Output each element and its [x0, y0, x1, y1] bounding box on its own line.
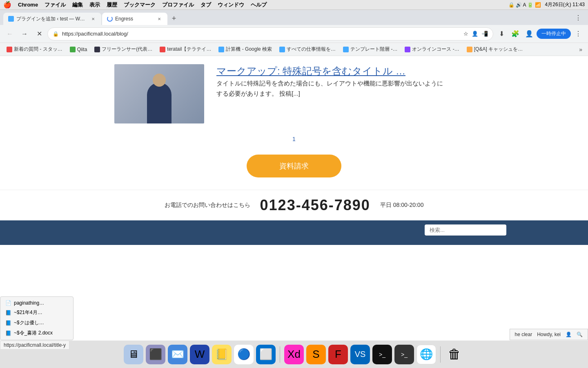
bookmark-qiita[interactable]: Qiita — [67, 45, 91, 54]
article-text: マークアップ: 特殊記号を含むタイトル … タイトルに特殊記号を含めた場合にも、… — [216, 64, 445, 123]
bookmark-star[interactable]: ☆ — [463, 31, 468, 37]
bookmark-stackapps[interactable]: 新着の質問 - スタッ… — [3, 44, 66, 54]
page-1-link[interactable]: 1 — [292, 136, 296, 142]
address-bar[interactable]: 🔒 https://pacificmall.local/blog/ ☆ 👤 📲 — [47, 27, 493, 40]
menubar-datetime: 4月26日(火) 11:43 — [545, 1, 585, 8]
extensions-button[interactable]: 🧩 — [509, 27, 522, 40]
right-panel-clear[interactable]: he clear — [515, 332, 532, 337]
article-title-link[interactable]: マークアップ: 特殊記号を含むタイトル … — [216, 65, 405, 76]
tab-engress[interactable]: Engress ✕ — [102, 13, 167, 25]
dock-virtualbox[interactable]: ⬜ — [256, 345, 276, 364]
file-icon-0: 📄 — [5, 300, 11, 306]
footer-search — [425, 224, 506, 236]
url-text: https://pacificmall.local/blog/ — [62, 31, 460, 37]
phone-hours: 平日 08:00-20:00 — [380, 202, 424, 209]
download-button[interactable]: ⬇ — [495, 27, 508, 40]
sublime-icon: S — [312, 348, 319, 361]
bookmark-label-jobs: すべての仕事情報を… — [287, 46, 336, 53]
bookmark-label-calculator: 計算機 - Google 検索 — [226, 46, 272, 53]
apple-menu[interactable]: 🍎 — [3, 1, 11, 9]
bookmark-label-cache: [Q&A] キャッシュを… — [474, 46, 523, 53]
article-excerpt: タイトルに特殊記号を含めた場合にも、レイアウトや機能に悪影響が出ないようにする必… — [216, 78, 445, 99]
tab-close-wordpress[interactable]: ✕ — [90, 16, 96, 22]
bookmark-cache[interactable]: [Q&A] キャッシュを… — [463, 44, 526, 54]
toolbar: ← → ✕ 🔒 https://pacificmall.local/blog/ … — [0, 25, 588, 43]
dock-chrome[interactable]: 🔵 — [234, 345, 254, 364]
forward-button[interactable]: → — [18, 27, 31, 40]
menubar-icons: 🔒 🔊 A 🔋 📶 — [508, 2, 541, 8]
finder-icon: 🖥 — [128, 348, 139, 361]
dock-finder[interactable]: 🖥 — [124, 345, 143, 364]
right-panel-user-icon: 👤 — [566, 332, 572, 337]
file-item-1[interactable]: 📘 ~$21年4月… — [0, 307, 73, 318]
bookmark-freelancer[interactable]: フリーランサー(代表… — [91, 44, 156, 54]
cta-button[interactable]: 資料請求 — [247, 155, 341, 177]
menubar-tab[interactable]: タブ — [200, 1, 211, 9]
bookmark-jobs[interactable]: すべての仕事情報を… — [276, 44, 339, 54]
dock-terminal[interactable]: >_ — [372, 345, 392, 364]
profile-icon: 👤 — [472, 31, 478, 37]
menubar-help[interactable]: ヘルプ — [251, 1, 267, 9]
dock-app2[interactable]: >_ — [394, 345, 414, 364]
dock: 🖥 ⬛ ✉️ W 📒 🔵 ⬜ Xd S F VS >_ >_ 🌐 🗑 — [0, 340, 588, 368]
dock-xd[interactable]: Xd — [284, 345, 304, 364]
menubar-history[interactable]: 履歴 — [107, 1, 117, 9]
xd-icon: Xd — [287, 348, 301, 361]
back-button[interactable]: ← — [3, 27, 16, 40]
right-panel-user: Howdy, kei — [537, 332, 561, 337]
file-name-0: paginathing… — [14, 300, 44, 306]
dock-word[interactable]: W — [190, 345, 209, 364]
file-item-3[interactable]: 📘 ~$令_㐯港 2.docx — [0, 328, 73, 338]
file-name-2: ~$クは優し… — [14, 319, 44, 326]
menubar-window[interactable]: ウィンドウ — [218, 1, 244, 9]
phone-number: 0123-456-7890 — [260, 197, 370, 214]
status-bar: https://pacificmall.local/title-y — [0, 341, 69, 350]
bookmark-teratail[interactable]: teratail【テラテイ… — [156, 44, 214, 54]
reload-button[interactable]: ✕ — [33, 27, 46, 40]
tab-title-engress: Engress — [115, 16, 154, 22]
dock-vscode[interactable]: VS — [350, 345, 370, 364]
phone-section: お電話でのお問い合わせはこちら 0123-456-7890 平日 08:00-2… — [0, 190, 588, 220]
toolbar-right: ⬇ 🧩 👤 一時停止中 ⋮ — [495, 27, 585, 40]
cast-icon[interactable]: 📲 — [481, 31, 488, 37]
trash-icon: 🗑 — [448, 347, 461, 362]
menubar-bookmarks[interactable]: ブックマーク — [124, 1, 156, 9]
file-list-overlay: 📄 paginathing… 📘 ~$21年4月… 📘 ~$クは優し… 📘 ~$… — [0, 296, 74, 340]
dock-trash[interactable]: 🗑 — [445, 345, 464, 364]
bookmarks-more-button[interactable]: » — [577, 45, 585, 54]
bookmark-template[interactable]: テンプレート階層 -… — [340, 44, 401, 54]
menubar-profile[interactable]: プロファイル — [162, 1, 194, 9]
tab-favicon-wordpress — [8, 16, 14, 22]
dock-launchpad[interactable]: ⬛ — [146, 345, 165, 364]
bookmark-calculator[interactable]: 計算機 - Google 検索 — [215, 44, 275, 54]
phone-label: お電話でのお問い合わせはこちら — [165, 202, 250, 209]
profile-button[interactable]: 👤 — [523, 27, 536, 40]
menubar-view[interactable]: 表示 — [89, 1, 100, 9]
menubar-edit[interactable]: 編集 — [72, 1, 83, 9]
tab-bar-menu[interactable]: ⋮ — [572, 11, 585, 24]
file-name-1: ~$21年4月… — [14, 309, 42, 316]
bookmark-udemy[interactable]: オンラインコース -… — [401, 44, 462, 54]
word-icon: W — [195, 348, 205, 361]
menubar: 🍎 Chrome ファイル 編集 表示 履歴 ブックマーク プロファイル タブ … — [0, 0, 588, 10]
mail-icon: ✉️ — [171, 348, 184, 361]
new-tab-button[interactable]: + — [168, 13, 180, 24]
file-item-2[interactable]: 📘 ~$クは優し… — [0, 318, 73, 328]
footer-search-input[interactable] — [425, 224, 506, 236]
right-panel-overlay: he clear Howdy, kei 👤 🔍 — [510, 329, 588, 340]
dock-notes[interactable]: 📒 — [212, 345, 232, 364]
pause-button[interactable]: 一時停止中 — [537, 29, 571, 39]
file-item-0[interactable]: 📄 paginathing… — [0, 298, 73, 307]
menubar-chrome[interactable]: Chrome — [18, 2, 38, 8]
dock-chrome2[interactable]: 🌐 — [416, 345, 436, 364]
tab-wordpress[interactable]: プラグインを追加 ‹ test — Word… ✕ — [3, 13, 101, 25]
dock-mail[interactable]: ✉️ — [168, 345, 187, 364]
lock-icon: 🔒 — [53, 31, 59, 37]
tab-close-engress[interactable]: ✕ — [156, 16, 163, 22]
dock-filezilla[interactable]: F — [328, 345, 348, 364]
dock-sublime[interactable]: S — [306, 345, 326, 364]
tab-loading-spinner — [107, 16, 113, 22]
menubar-file[interactable]: ファイル — [45, 1, 66, 9]
right-panel-search-icon[interactable]: 🔍 — [577, 332, 583, 337]
menu-button[interactable]: ⋮ — [572, 27, 585, 40]
